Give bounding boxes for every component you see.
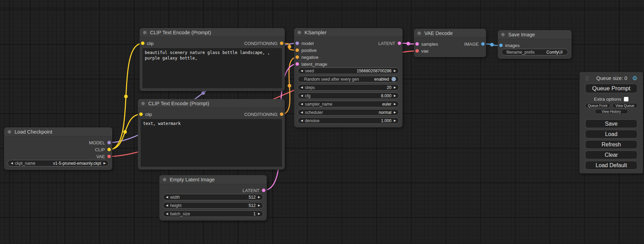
increment-arrow-icon[interactable]: ▶	[104, 162, 106, 165]
increment-arrow-icon[interactable]: ▶	[394, 103, 396, 106]
decrement-arrow-icon[interactable]: ◀	[301, 70, 303, 72]
drag-handle-icon[interactable]	[586, 76, 586, 77]
output-label-MODEL: MODEL	[89, 140, 105, 145]
input-port-negative-icon[interactable]	[295, 55, 299, 59]
io-row: MODEL	[4, 139, 112, 146]
node-header[interactable]: Empty Latent Image	[159, 175, 267, 184]
node-empty_latent[interactable]: Empty Latent ImageLATENT◀width512▶◀heigh…	[159, 175, 267, 220]
collapse-dot-icon[interactable]	[417, 31, 421, 35]
increment-arrow-icon[interactable]: ▶	[394, 70, 396, 72]
decrement-arrow-icon[interactable]: ◀	[301, 119, 303, 122]
widget-label: Random seed after every gen	[304, 77, 359, 82]
input-port-samples-icon[interactable]	[415, 42, 419, 46]
queue-size-label: Queue size: 0	[596, 75, 627, 81]
queue-prompt-button[interactable]: Queue Prompt	[585, 84, 637, 93]
decrement-arrow-icon[interactable]: ◀	[301, 111, 303, 114]
widget-batch_size[interactable]: ◀batch_size1▶	[163, 210, 263, 217]
output-port-CLIP-icon[interactable]	[107, 148, 111, 151]
node-title: VAE Decode	[424, 30, 453, 36]
decrement-arrow-icon[interactable]: ◀	[301, 94, 303, 97]
node-clip_negative[interactable]: CLIP Text Encode (Prompt)clipCONDITIONIN…	[138, 99, 285, 170]
save-button[interactable]: Save	[585, 119, 637, 128]
increment-arrow-icon[interactable]: ▶	[394, 94, 396, 97]
increment-arrow-icon[interactable]: ▶	[394, 86, 396, 89]
output-port-CONDITIONING-icon[interactable]	[280, 112, 283, 116]
input-port-clip-icon[interactable]	[139, 112, 143, 116]
queue-front-button[interactable]: Queue Front	[585, 103, 610, 108]
decrement-arrow-icon[interactable]: ◀	[166, 196, 168, 199]
view-queue-button[interactable]: View Queue	[612, 103, 637, 108]
widget-sampler_name[interactable]: ◀sampler_nameeuler▶	[298, 101, 399, 107]
input-port-clip-icon[interactable]	[141, 42, 144, 45]
decrement-arrow-icon[interactable]: ◀	[166, 213, 168, 215]
node-clip_positive[interactable]: CLIP Text Encode (Prompt)clipCONDITIONIN…	[140, 28, 285, 91]
view-history-button[interactable]: View History	[595, 109, 628, 114]
input-port-vae-icon[interactable]	[415, 49, 419, 53]
collapse-dot-icon[interactable]	[141, 102, 145, 105]
decrement-arrow-icon[interactable]: ◀	[301, 86, 303, 89]
node-header[interactable]: Save Image	[498, 30, 572, 39]
load-default-button[interactable]: Load Default	[585, 161, 637, 170]
clear-button[interactable]: Clear	[585, 151, 637, 159]
input-label-model: model	[301, 41, 314, 46]
input-port-model-icon[interactable]	[295, 42, 299, 45]
output-port-IMAGE-icon[interactable]	[481, 42, 485, 46]
output-port-CONDITIONING-icon[interactable]	[280, 42, 283, 45]
increment-arrow-icon[interactable]: ▶	[258, 204, 260, 207]
widget-denoise[interactable]: ◀denoise1.000▶	[298, 117, 399, 124]
prompt-textarea[interactable]	[141, 119, 282, 167]
output-port-MODEL-icon[interactable]	[107, 141, 111, 144]
widget-width[interactable]: ◀width512▶	[163, 194, 263, 200]
toggle-knob-icon[interactable]	[391, 77, 396, 81]
node-header[interactable]: CLIP Text Encode (Prompt)	[138, 99, 285, 108]
node-header[interactable]: CLIP Text Encode (Prompt)	[140, 28, 285, 37]
widget-cfg[interactable]: ◀cfg8.000▶	[298, 92, 399, 99]
input-port-positive-icon[interactable]	[295, 48, 299, 52]
node-header[interactable]: Load Checkpoint	[4, 127, 112, 136]
collapse-dot-icon[interactable]	[501, 33, 505, 36]
input-port-latent_image-icon[interactable]	[295, 62, 299, 66]
widget-filename_prefix[interactable]: filename_prefixComfyUI	[501, 49, 568, 55]
widget-value: 8.000	[381, 93, 391, 98]
widget-height[interactable]: ◀height512▶	[163, 202, 263, 209]
node-header[interactable]: KSampler	[294, 28, 403, 37]
gear-icon[interactable]: ⚙	[632, 75, 637, 81]
io-row: LATENT	[159, 187, 267, 194]
widget-ckpt_name[interactable]: ◀ckpt_namev1-5-pruned-emaonly.ckpt▶	[8, 160, 109, 166]
collapse-dot-icon[interactable]	[298, 31, 301, 34]
increment-arrow-icon[interactable]: ▶	[394, 119, 396, 122]
collapse-dot-icon[interactable]	[8, 130, 11, 134]
increment-arrow-icon[interactable]: ▶	[394, 111, 396, 114]
node-save_image[interactable]: Save Imageimagesfilename_prefixComfyUI	[498, 30, 572, 59]
widget-scheduler[interactable]: ◀schedulernormal▶	[298, 109, 399, 116]
input-label-vae: vae	[421, 48, 429, 54]
node-load_checkpoint[interactable]: Load CheckpointMODELCLIPVAE◀ckpt_namev1-…	[4, 127, 112, 170]
decrement-arrow-icon[interactable]: ◀	[166, 204, 168, 207]
input-port-images-icon[interactable]	[499, 44, 503, 47]
decrement-arrow-icon[interactable]: ◀	[301, 103, 303, 106]
output-port-LATENT-icon[interactable]	[262, 189, 265, 192]
widget-value: 512	[249, 195, 256, 200]
collapse-dot-icon[interactable]	[163, 178, 166, 181]
widget-steps[interactable]: ◀steps20▶	[298, 84, 399, 91]
node-vae_decode[interactable]: VAE DecodesamplesIMAGEvae	[414, 29, 486, 57]
widget-value: 20	[387, 85, 391, 90]
collapse-dot-icon[interactable]	[143, 31, 147, 34]
output-label-CONDITIONING: CONDITIONING	[244, 41, 277, 46]
output-label-LATENT: LATENT	[378, 41, 395, 46]
refresh-button[interactable]: Refresh	[585, 140, 637, 149]
widget-random-seed-after-every-gen[interactable]: Random seed after every genenabled	[298, 76, 399, 82]
node-ksampler[interactable]: KSamplermodelLATENTpositivenegativelaten…	[294, 28, 403, 127]
prompt-textarea[interactable]	[142, 48, 282, 88]
extra-options-checkbox[interactable]	[624, 97, 628, 101]
node-title: KSampler	[305, 30, 327, 35]
increment-arrow-icon[interactable]: ▶	[258, 213, 260, 215]
output-port-LATENT-icon[interactable]	[398, 42, 401, 45]
widget-seed[interactable]: ◀seed156680208700286▶	[298, 67, 399, 74]
output-port-VAE-icon[interactable]	[107, 155, 111, 158]
load-button[interactable]: Load	[585, 130, 637, 138]
node-header[interactable]: VAE Decode	[414, 29, 486, 38]
increment-arrow-icon[interactable]: ▶	[258, 196, 260, 199]
decrement-arrow-icon[interactable]: ◀	[11, 162, 13, 165]
graph-canvas[interactable]: Load CheckpointMODELCLIPVAE◀ckpt_namev1-…	[0, 0, 644, 244]
